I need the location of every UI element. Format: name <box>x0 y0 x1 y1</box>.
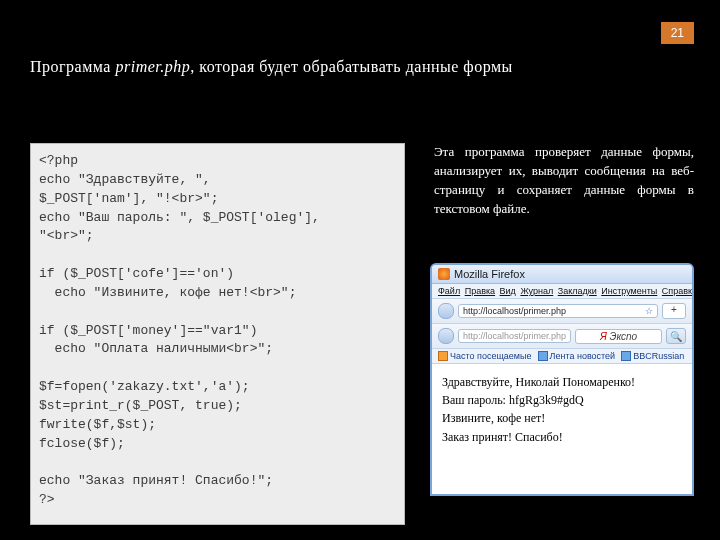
nav-back-button[interactable] <box>438 303 454 319</box>
url-bar[interactable]: http://localhost/primer.php ☆ <box>458 304 658 318</box>
bookmark-bbc[interactable]: BBCRussian <box>621 351 684 361</box>
menu-history[interactable]: Журнал <box>520 286 553 296</box>
php-code-block: <?php echo "Здравствуйте, ", $_POST['nam… <box>30 143 405 525</box>
menu-file[interactable]: Файл <box>438 286 460 296</box>
url-bar-secondary[interactable]: http://localhost/primer.php <box>458 329 571 343</box>
page-number-badge: 21 <box>661 22 694 44</box>
url-secondary-text: http://localhost/primer.php <box>463 331 566 341</box>
nav-forward-button[interactable] <box>438 328 454 344</box>
heading: Программа primer.php, которая будет обра… <box>30 58 513 76</box>
firefox-page-content: Здравствуйте, Николай Пономаренко! Ваш п… <box>432 364 692 494</box>
heading-before: Программа <box>30 58 115 75</box>
output-line: Заказ принят! Спасибо! <box>442 429 682 445</box>
firefox-navbar: http://localhost/primer.php ☆ + <box>432 299 692 324</box>
firefox-bookmarks-bar: Часто посещаемые Лента новостей BBCRussi… <box>432 349 692 364</box>
output-line: Извините, кофе нет! <box>442 410 682 426</box>
firefox-searchbar-row: http://localhost/primer.php Я Экспо 🔍 <box>432 324 692 349</box>
heading-after: , которая будет обрабатывать данные форм… <box>190 58 513 75</box>
menu-tools[interactable]: Инструменты <box>601 286 657 296</box>
firefox-window: Mozilla Firefox Файл Правка Вид Журнал З… <box>430 263 694 496</box>
menu-bookmarks[interactable]: Закладки <box>558 286 597 296</box>
description-text: Эта программа проверяет данные формы, ан… <box>434 143 694 218</box>
search-go-button[interactable]: 🔍 <box>666 328 686 344</box>
firefox-titlebar: Mozilla Firefox <box>432 265 692 284</box>
bookmark-star-icon[interactable]: ☆ <box>645 306 653 316</box>
bookmark-news[interactable]: Лента новостей <box>538 351 616 361</box>
url-text: http://localhost/primer.php <box>463 306 566 316</box>
new-tab-button[interactable]: + <box>662 303 686 319</box>
output-line: Ваш пароль: hfgRg3k9#gdQ <box>442 392 682 408</box>
menu-view[interactable]: Вид <box>500 286 516 296</box>
menu-edit[interactable]: Правка <box>465 286 495 296</box>
firefox-title-text: Mozilla Firefox <box>454 268 525 280</box>
heading-filename: primer.php <box>115 58 190 75</box>
firefox-logo-icon <box>438 268 450 280</box>
search-engine-box[interactable]: Я Экспо <box>575 329 662 344</box>
output-line: Здравствуйте, Николай Пономаренко! <box>442 374 682 390</box>
firefox-menubar: Файл Правка Вид Журнал Закладки Инструме… <box>432 284 692 299</box>
bookmark-frequent[interactable]: Часто посещаемые <box>438 351 532 361</box>
menu-help[interactable]: Справка <box>662 286 694 296</box>
